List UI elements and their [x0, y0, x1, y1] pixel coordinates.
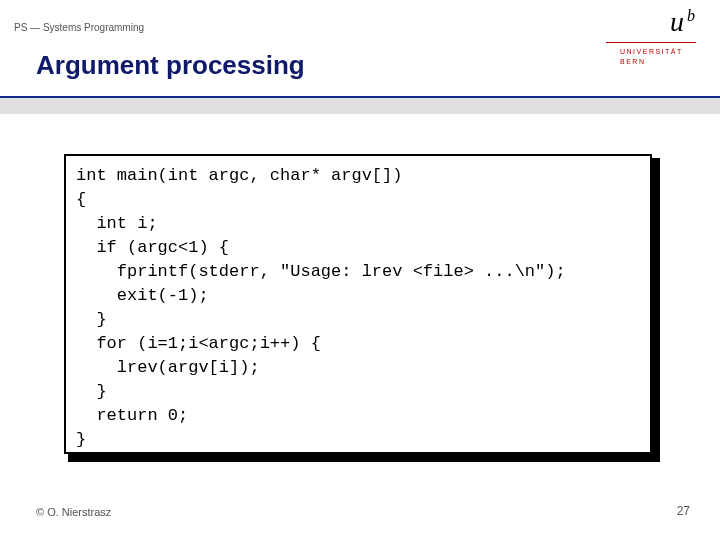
logo-divider — [606, 42, 696, 43]
course-header: PS — Systems Programming — [14, 22, 144, 33]
code-content: int main(int argc, char* argv[]) { int i… — [76, 164, 646, 452]
logo-u: u — [670, 6, 685, 37]
slide-title: Argument processing — [36, 50, 305, 81]
logo-line1: UNIVERSITÄT — [620, 48, 683, 55]
footer-copyright: © O. Nierstrasz — [36, 506, 111, 518]
logo-text: UNIVERSITÄT BERN — [606, 47, 696, 67]
logo-b: b — [687, 7, 696, 24]
code-box: int main(int argc, char* argv[]) { int i… — [64, 154, 652, 454]
slide: PS — Systems Programming Argument proces… — [0, 0, 720, 540]
page-number: 27 — [677, 504, 690, 518]
logo-mark: ub — [606, 8, 696, 36]
logo-line2: BERN — [620, 58, 645, 65]
university-logo: ub UNIVERSITÄT BERN — [606, 8, 696, 108]
